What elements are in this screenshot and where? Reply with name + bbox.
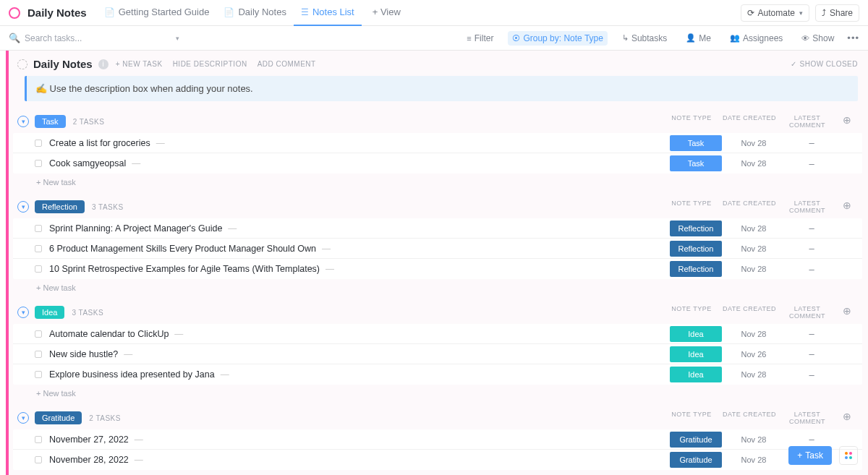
note-type-cell[interactable]: Task — [667, 155, 725, 171]
note-type-cell[interactable]: Gratitude — [667, 432, 725, 448]
task-table: Automate calendar to ClickUp—IdeaNov 28–… — [13, 324, 862, 385]
tab-daily-notes[interactable]: 📄Daily Notes — [216, 0, 293, 26]
task-row[interactable]: Create a list for groceries—TaskNov 28– — [13, 133, 862, 153]
list-icon: ☰ — [301, 7, 309, 17]
share-button[interactable]: ⤴ Share — [815, 4, 859, 22]
edit-icon[interactable]: — — [326, 264, 334, 274]
task-title[interactable]: New side hustle? — [49, 349, 118, 359]
group-by-button[interactable]: ⦿Group by: Note Type — [508, 31, 608, 46]
collapse-icon[interactable]: ▾ — [17, 412, 29, 424]
page-title: Daily Notes — [27, 7, 87, 19]
task-title[interactable]: Explore business idea presented by Jana — [49, 369, 215, 380]
note-type-cell[interactable]: Idea — [667, 326, 725, 342]
add-column-button[interactable]: ⊕ — [836, 305, 858, 320]
edit-icon[interactable]: — — [228, 223, 237, 234]
share-icon: ⤴ — [822, 8, 826, 18]
toolbar: 🔍 Search tasks... ▾ ≡Filter ⦿Group by: N… — [0, 26, 868, 51]
add-column-button[interactable]: ⊕ — [836, 411, 858, 425]
apps-launcher[interactable] — [839, 446, 858, 465]
new-task-link[interactable]: + New task — [13, 385, 862, 398]
group-badge[interactable]: Reflection — [35, 200, 85, 213]
status-checkbox[interactable] — [35, 330, 42, 338]
tab-getting-started-guide[interactable]: 📄Getting Started Guide — [97, 0, 217, 26]
collapse-icon[interactable]: ▾ — [17, 201, 29, 213]
status-circle-icon[interactable] — [17, 59, 27, 69]
task-row[interactable]: 10 Sprint Retrospective Examples for Agi… — [13, 259, 862, 279]
edit-icon[interactable]: — — [135, 435, 143, 445]
search-input[interactable]: 🔍 Search tasks... ▾ — [9, 33, 179, 43]
task-row[interactable]: November 28, 2022—GratitudeNov 28– — [13, 450, 862, 470]
note-type-cell[interactable]: Idea — [667, 367, 725, 382]
new-task-fab[interactable]: + Task — [788, 446, 832, 465]
group-badge[interactable]: Idea — [35, 306, 64, 319]
new-task-link[interactable]: + New task — [13, 279, 862, 292]
edit-icon[interactable]: — — [156, 138, 165, 148]
group-badge[interactable]: Gratitude — [35, 411, 82, 424]
doc-icon: 📄 — [104, 7, 115, 17]
status-checkbox[interactable] — [35, 225, 42, 232]
status-checkbox[interactable] — [35, 245, 42, 252]
add-comment-link[interactable]: ADD COMMENT — [258, 60, 316, 68]
task-row[interactable]: Automate calendar to ClickUp—IdeaNov 28– — [13, 324, 862, 344]
logo-icon — [9, 7, 20, 19]
task-title[interactable]: 10 Sprint Retrospective Examples for Agi… — [49, 264, 320, 274]
info-icon[interactable]: i — [98, 59, 109, 69]
note-type-cell[interactable]: Idea — [667, 346, 725, 362]
status-checkbox[interactable] — [35, 456, 42, 463]
edit-icon[interactable]: — — [221, 369, 229, 380]
note-type-cell[interactable]: Reflection — [667, 221, 725, 236]
status-checkbox[interactable] — [35, 436, 42, 443]
tab-notes-list[interactable]: ☰Notes List — [294, 0, 362, 26]
task-title[interactable]: 6 Product Management Skills Every Produc… — [49, 244, 316, 254]
note-type-cell[interactable]: Reflection — [667, 261, 725, 277]
status-checkbox[interactable] — [35, 160, 42, 167]
task-title[interactable]: November 27, 2022 — [49, 435, 129, 445]
add-column-button[interactable]: ⊕ — [836, 200, 858, 214]
new-task-link[interactable]: + New task — [13, 470, 862, 475]
collapse-icon[interactable]: ▾ — [17, 307, 29, 318]
edit-icon[interactable]: — — [174, 329, 183, 339]
note-type-cell[interactable]: Task — [667, 135, 725, 151]
new-task-link[interactable]: + New task — [13, 174, 862, 187]
edit-icon[interactable]: — — [135, 455, 143, 465]
hide-description-link[interactable]: HIDE DESCRIPTION — [173, 60, 247, 68]
new-task-link[interactable]: + NEW TASK — [116, 60, 163, 68]
more-menu[interactable]: ••• — [847, 33, 859, 43]
note-type-cell[interactable]: Reflection — [667, 241, 725, 257]
task-title[interactable]: November 28, 2022 — [49, 455, 129, 465]
collapse-icon[interactable]: ▾ — [17, 116, 29, 127]
add-column-button[interactable]: ⊕ — [836, 114, 858, 129]
status-checkbox[interactable] — [35, 140, 42, 147]
automate-button[interactable]: ⟳ Automate ▾ — [741, 4, 809, 22]
column-date-created: DATE CREATED — [720, 200, 778, 214]
task-title[interactable]: Create a list for groceries — [49, 138, 150, 148]
filter-button[interactable]: ≡Filter — [462, 31, 498, 46]
edit-icon[interactable]: — — [124, 349, 132, 359]
tab--view[interactable]: + View — [362, 0, 408, 26]
note-type-cell[interactable]: Gratitude — [667, 452, 725, 468]
task-title[interactable]: Automate calendar to ClickUp — [49, 329, 169, 339]
task-row[interactable]: 6 Product Management Skills Every Produc… — [13, 239, 862, 259]
show-button[interactable]: 👁Show — [797, 31, 838, 46]
assignees-button[interactable]: 👥Assignees — [726, 31, 787, 46]
date-created-cell: Nov 28 — [725, 370, 783, 379]
task-title[interactable]: Cook samgyeopsal — [49, 158, 126, 168]
task-table: Sprint Planning: A Project Manager's Gui… — [13, 218, 862, 279]
status-checkbox[interactable] — [35, 265, 42, 273]
document-title[interactable]: Daily Notes — [33, 58, 93, 70]
task-row[interactable]: New side hustle?—IdeaNov 26– — [13, 344, 862, 364]
status-checkbox[interactable] — [35, 351, 42, 358]
show-closed-toggle[interactable]: SHOW CLOSED — [791, 60, 858, 68]
subtasks-button[interactable]: ↳Subtasks — [618, 31, 671, 46]
task-row[interactable]: November 27, 2022—GratitudeNov 28– — [13, 429, 862, 450]
task-row[interactable]: Sprint Planning: A Project Manager's Gui… — [13, 218, 862, 239]
task-row[interactable]: Explore business idea presented by Jana—… — [13, 364, 862, 385]
task-title[interactable]: Sprint Planning: A Project Manager's Gui… — [49, 223, 222, 234]
me-button[interactable]: 👤Me — [681, 31, 715, 46]
edit-icon[interactable]: — — [132, 158, 140, 168]
edit-icon[interactable]: — — [322, 244, 331, 254]
task-row[interactable]: Cook samgyeopsal—TaskNov 28– — [13, 153, 862, 174]
status-checkbox[interactable] — [35, 371, 42, 378]
group-badge[interactable]: Task — [35, 115, 66, 128]
column-date-created: DATE CREATED — [720, 114, 778, 129]
